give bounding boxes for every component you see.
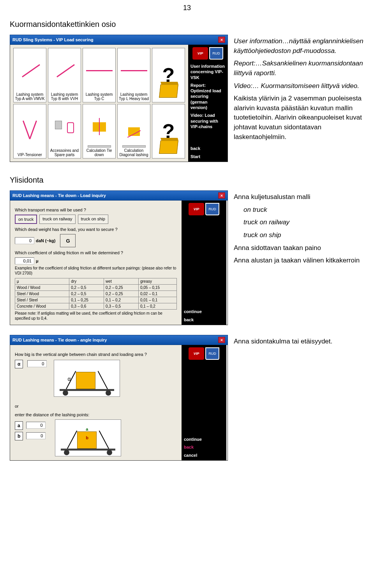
product-cell[interactable]: Lashing system Typ C — [83, 48, 116, 102]
table-row: Steel / Wood0,2 – 0,50,2 – 0,250,02 – 0,… — [15, 291, 177, 297]
explanation-text-2: Anna kuljetusalustan malli on truck truc… — [234, 190, 360, 269]
question-transport: Which transport means will be used ? — [15, 208, 177, 212]
close-icon[interactable]: × — [218, 37, 225, 43]
close-icon[interactable]: × — [218, 337, 225, 343]
rud-logo: RUD — [205, 347, 219, 360]
cell-label: Lashing system Typ B with VVH — [49, 92, 79, 101]
dim-b-icon: b — [86, 435, 88, 440]
screenshot-1: RUD Sling Systems - VIP Load securing × … — [10, 35, 228, 162]
vip-logo: VIP — [189, 203, 204, 215]
sidebar-continue[interactable]: continue — [184, 437, 224, 442]
row-2: RUD Lashing means - Tie down - Load inqu… — [0, 190, 374, 335]
screenshot-3: RUD Lashing means - Tie down - angle inq… — [10, 335, 228, 461]
b-input[interactable]: 0 — [26, 432, 46, 439]
table-caption: Examples for the coefficient of sliding … — [15, 266, 177, 276]
page-number: 13 — [0, 0, 374, 16]
question-distance: enter the distance of the lashing points… — [15, 412, 177, 417]
cell-label: VIP-Tensioner — [18, 153, 42, 157]
brand-logos: VIP RUD — [184, 347, 224, 360]
table-row: Wood / Wood0,2 – 0,50,2 – 0,250,05 – 0,1… — [15, 285, 177, 291]
cell-label: Lashing system Typ A with VMVK — [15, 92, 45, 101]
distance-diagram: a b — [55, 419, 121, 456]
close-icon[interactable]: × — [218, 192, 225, 199]
cell-label: Accessoires and Spare parts — [49, 148, 79, 157]
vip-logo: VIP — [192, 47, 208, 60]
sidebar-user-info[interactable]: User information concerning VIP-VSK — [191, 63, 225, 80]
question-angle: How big is the vertical angle between ch… — [15, 352, 177, 357]
window-titlebar: RUD Lashing means - Tie down - Load inqu… — [10, 190, 228, 201]
weight-icon — [60, 234, 76, 247]
row-1: RUD Sling Systems - VIP Load securing × … — [0, 35, 374, 172]
footnote: Please note: If antigliss matting will b… — [15, 311, 177, 321]
table-row: Steel / Steel0,1 – 0,250,1 – 0,20,01 – 0… — [15, 297, 177, 303]
product-cell[interactable]: Calculation Tie down — [83, 104, 116, 158]
sidebar-continue[interactable]: continue — [184, 309, 224, 314]
vip-logo: VIP — [189, 347, 204, 360]
friction-unit: μ — [36, 259, 39, 263]
window-title: RUD Lashing means - Tie down - angle inq… — [12, 338, 107, 342]
angle-diagram: α — [54, 360, 120, 397]
section-2-title: Ylisidonta — [0, 172, 374, 190]
product-cell[interactable]: Lashing system Typ L Heavy load — [117, 48, 150, 102]
cell-label: Calculation Diagonal lashing — [119, 148, 149, 157]
cell-label: Lashing system Typ C — [84, 92, 114, 101]
alpha-label-icon: α — [68, 376, 71, 382]
product-cell[interactable]: Lashing system Typ A with VMVK — [13, 48, 46, 102]
product-cell[interactable]: Lashing system Typ B with VVH — [48, 48, 81, 102]
rud-logo: RUD — [205, 203, 219, 215]
sidebar-back[interactable]: back — [191, 146, 225, 151]
row-3: RUD Lashing means - Tie down - angle inq… — [0, 335, 374, 470]
window-title: RUD Lashing means - Tie down - Load inqu… — [12, 193, 106, 198]
section-title: Kuormansidontakettinkien osio — [0, 16, 374, 35]
window-title: RUD Sling Systems - VIP Load securing — [12, 37, 94, 42]
sidebar-back[interactable]: back — [184, 317, 224, 322]
a-label: a — [15, 421, 23, 430]
sidebar-video[interactable]: Video: Load securing with VIP-chains — [191, 113, 225, 129]
cell-label: Lashing system Typ L Heavy load — [119, 92, 149, 101]
question-weight: Which dead weight has the load, you want… — [15, 227, 177, 232]
sidebar-report[interactable]: Report: Optimized load securing (german … — [191, 83, 225, 110]
product-cell[interactable]: ? — [152, 48, 185, 102]
screenshot-2: RUD Lashing means - Tie down - Load inqu… — [10, 190, 228, 325]
window-titlebar: RUD Sling Systems - VIP Load securing × — [10, 35, 228, 45]
product-cell[interactable]: ? — [152, 104, 185, 158]
product-cell[interactable]: Calculation Diagonal lashing — [117, 104, 150, 158]
cell-label: Calculation Tie down — [84, 148, 114, 157]
explanation-text-3: Anna sidontakulma tai etäisyydet. — [234, 335, 332, 350]
friction-table: μdrywetgreasy Wood / Wood0,2 – 0,50,2 – … — [15, 278, 177, 310]
or-label: or — [15, 404, 177, 408]
sidebar-cancel[interactable]: cancel — [184, 452, 224, 458]
weight-input[interactable]: 0 — [15, 237, 34, 244]
option-on-truck[interactable]: on truck — [15, 215, 37, 224]
brand-logos: VIP RUD — [191, 47, 225, 60]
friction-input[interactable]: 0,01 — [15, 257, 34, 264]
weight-unit: daN (~kg) — [36, 238, 55, 243]
table-row: Concrete / Wood0,3 – 0,60,3 – 0,50,1 – 0… — [15, 303, 177, 310]
option-truck-railway[interactable]: truck on railway — [39, 215, 75, 224]
alpha-symbol: α — [15, 360, 23, 368]
brand-logos: VIP RUD — [184, 203, 224, 215]
option-truck-ship[interactable]: truck on ship — [78, 215, 108, 224]
question-friction: Which coefficient of sliding friction m … — [15, 250, 177, 255]
b-label: b — [15, 432, 23, 440]
angle-input[interactable]: 0 — [27, 360, 47, 367]
a-input[interactable]: 0 — [26, 422, 46, 429]
sidebar-back[interactable]: back — [184, 444, 224, 450]
product-cell[interactable]: VIP-Tensioner — [13, 104, 46, 158]
rud-logo: RUD — [209, 47, 223, 60]
product-cell[interactable]: Accessoires and Spare parts — [48, 104, 81, 158]
explanation-text-1: User information…näyttää englanninkielis… — [234, 35, 364, 145]
sidebar-start[interactable]: Start — [191, 154, 225, 159]
dim-a-icon: a — [86, 427, 88, 431]
window-titlebar: RUD Lashing means - Tie down - angle inq… — [10, 335, 228, 345]
